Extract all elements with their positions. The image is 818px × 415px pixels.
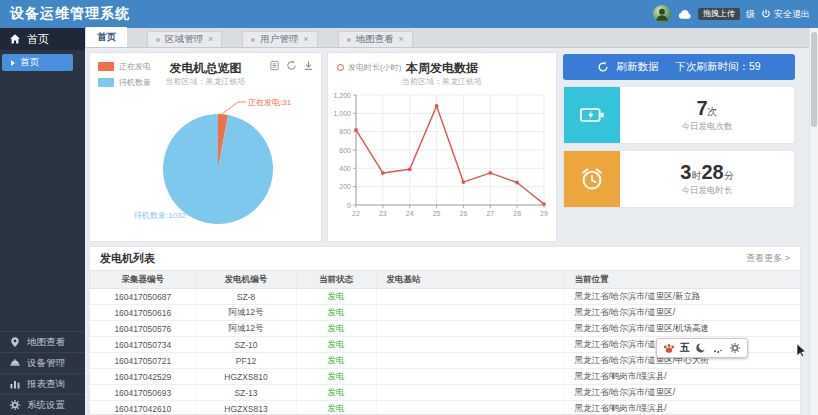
user-avatar[interactable] [653, 5, 671, 23]
refresh-data-button[interactable]: 刷新数据 下次刷新时间：59 [563, 54, 795, 80]
status-badge: 发电 [328, 291, 345, 301]
sidebar-item-label: 设备管理 [27, 357, 65, 370]
pie-slice-label: 正在发电:31 [248, 98, 292, 107]
x-axis-tick-label: 28 [513, 210, 521, 217]
upgrade-label-partial[interactable]: 级 [746, 8, 755, 21]
data-point[interactable] [354, 128, 358, 132]
cell-value: 阿城12号 [229, 307, 264, 317]
data-point[interactable] [542, 202, 546, 206]
save-image-icon[interactable] [303, 60, 314, 71]
sidebar: 首页 首页 地图查看设备管理报表查询系统设置 [0, 28, 85, 415]
restore-glyph [286, 60, 297, 71]
x-axis-tick-label: 24 [406, 210, 414, 217]
view-more-link[interactable]: 查看更多 > [746, 252, 790, 265]
data-point[interactable] [515, 181, 519, 185]
column-header[interactable]: 发电机编号 [196, 271, 296, 289]
extension-text-button[interactable]: 五 [680, 341, 690, 355]
logout-label: 安全退出 [774, 8, 810, 21]
data-point[interactable] [462, 180, 466, 184]
column-header[interactable]: 发电基站 [376, 271, 564, 289]
sidebar-item-home-active[interactable]: 首页 [2, 54, 73, 71]
x-axis-tick-label: 25 [433, 210, 441, 217]
moon-icon[interactable] [695, 342, 707, 354]
column-header[interactable]: 当前状态 [296, 271, 376, 289]
person-silhouette-icon [653, 5, 671, 23]
sidebar-item-device-hat[interactable]: 设备管理 [0, 352, 85, 373]
dots-icon[interactable] [712, 342, 724, 354]
stat-body: 3时28分今日发电时长 [620, 151, 794, 207]
scrollbar-thumb[interactable] [811, 32, 817, 127]
data-point[interactable] [488, 171, 492, 175]
page-scrollbar[interactable] [809, 28, 818, 415]
gear-small-icon[interactable] [729, 342, 741, 354]
tab-bar: 首页区域管理×用户管理×地图查看× [85, 28, 809, 48]
data-point[interactable] [435, 104, 439, 108]
restore-icon[interactable] [286, 60, 297, 71]
paw-icon[interactable] [663, 342, 675, 354]
line-chart: 02004006008001,0001,2002223242526272829 [328, 87, 556, 239]
tab-2[interactable]: 用户管理× [242, 31, 317, 47]
sidebar-item-label: 系统设置 [27, 399, 65, 412]
sidebar-item-gear[interactable]: 系统设置 [0, 394, 85, 415]
stat-value-part: 分 [724, 170, 734, 181]
tab-home[interactable]: 首页 [86, 27, 127, 47]
logout-button[interactable]: 安全退出 [761, 8, 810, 21]
power-icon [761, 9, 771, 19]
status-badge: 发电 [328, 339, 345, 349]
stat-value-part: 28 [701, 161, 723, 183]
sidebar-item-map-pin[interactable]: 地图查看 [0, 331, 85, 352]
cell-value: HGZXS810 [224, 372, 267, 382]
data-point[interactable] [381, 171, 385, 175]
data-view-icon[interactable] [269, 60, 280, 71]
table-row[interactable]: 160417042529HGZXS810发电黑龙江省/鹤岗市/绥滨县/ [90, 369, 801, 385]
table-row[interactable]: 160417050693SZ-13发电黑龙江省/哈尔滨市/道里区/ [90, 385, 801, 401]
close-icon[interactable]: × [208, 35, 213, 44]
tab-label: 用户管理 [260, 33, 298, 46]
stat-card-generation-count: 7次今日发电次数 [563, 86, 795, 144]
column-header[interactable]: 采集器编号 [90, 271, 196, 289]
stat-value-part: 次 [708, 106, 718, 117]
device-hat-icon [9, 357, 21, 369]
cell-value: 160417050693 [114, 388, 171, 398]
line-legend-label: 发电时长(小时) [348, 62, 401, 73]
sidebar-group-home[interactable]: 首页 [0, 28, 85, 50]
tab-label: 区域管理 [165, 33, 203, 46]
tab-3[interactable]: 地图查看× [338, 31, 413, 47]
legend-item[interactable]: 待机数量 [98, 77, 151, 88]
close-icon[interactable]: × [399, 35, 404, 44]
bar-report-icon [9, 378, 21, 390]
column-header[interactable]: 当前位置 [564, 271, 801, 289]
close-icon[interactable]: × [303, 35, 308, 44]
stat-value: 3时28分 [680, 162, 733, 182]
cell-value: HGZXS813 [224, 404, 267, 414]
cell-value: 阿城12号 [229, 323, 264, 333]
app-header: 设备运维管理系统 拖拽上传 级 安全退出 [0, 0, 818, 28]
tab-1[interactable]: 区域管理× [147, 31, 222, 47]
sidebar-group-label: 首页 [27, 32, 49, 47]
power-glyph-icon [761, 9, 771, 19]
refresh-glyph-icon [597, 61, 609, 73]
cell-value: 160417042610 [114, 404, 171, 414]
table-row[interactable]: 160417050576阿城12号发电黑龙江省/哈尔滨市/道里区/机场高速 [90, 321, 801, 337]
sidebar-item-bar-report[interactable]: 报表查询 [0, 373, 85, 394]
legend-item[interactable]: 正在发电 [98, 61, 151, 72]
table-row[interactable]: 160417050687SZ-8发电黑龙江省/哈尔滨市/道里区/新立路 [90, 289, 801, 305]
legend-swatch [98, 62, 114, 71]
cell-value: 160417042529 [114, 372, 171, 382]
table-row[interactable]: 160417050616阿城12号发电黑龙江省/哈尔滨市/道里区/ [90, 305, 801, 321]
refresh-button-label: 刷新数据 [616, 60, 658, 74]
x-axis-tick-label: 26 [460, 210, 468, 217]
screen: 设备运维管理系统 拖拽上传 级 安全退出 首页 首页 地图查看设备管理报表 [0, 0, 818, 415]
x-axis-tick-label: 22 [352, 210, 360, 217]
y-axis-tick-label: 400 [339, 165, 351, 172]
stat-value-part: 7 [696, 97, 707, 119]
upload-cloud-button[interactable] [677, 7, 692, 22]
table-row[interactable]: 160417042610HGZXS813发电黑龙江省/鹤岗市/绥滨县/ [90, 401, 801, 415]
status-badge: 发电 [328, 387, 345, 397]
data-point[interactable] [408, 167, 412, 171]
cell-value: 160417050576 [114, 324, 171, 334]
upload-tooltip: 拖拽上传 [698, 8, 740, 20]
label-leader-line [222, 102, 246, 114]
pie-chart: 正在发电:31待机数量:1032 [90, 87, 321, 241]
data-view-glyph [269, 60, 280, 71]
